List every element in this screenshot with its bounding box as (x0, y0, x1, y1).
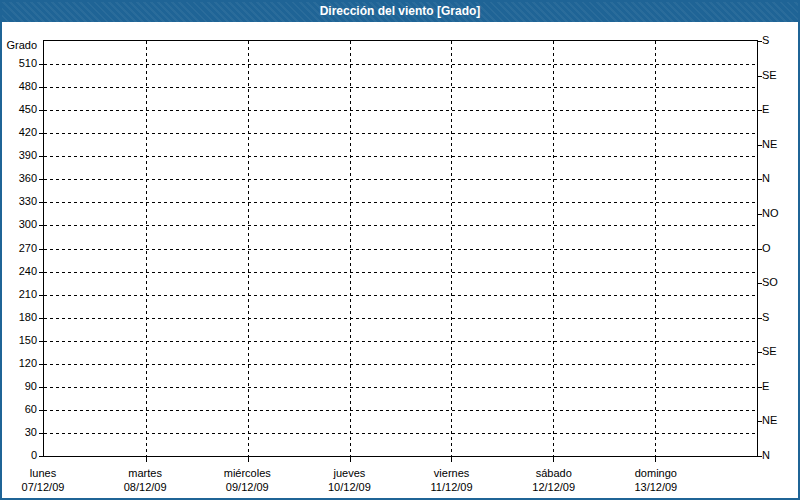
y-tick-label: 510 (0, 58, 37, 69)
y-axis-tick (39, 456, 43, 457)
day-name: lunes (0, 466, 93, 480)
y-axis-tick (39, 64, 43, 65)
y-tick-label: 480 (0, 81, 37, 92)
compass-label: O (762, 243, 771, 254)
y-tick-label: 180 (0, 312, 37, 323)
y-axis-tick (39, 202, 43, 203)
day-label: martes08/12/09 (95, 466, 195, 494)
chart-title-bar: Dirección del viento [Grado] (0, 0, 800, 22)
compass-label: NO (762, 208, 779, 219)
day-label: jueves10/12/09 (299, 466, 399, 494)
y-tick-label: 90 (0, 381, 37, 392)
gridline-horizontal (44, 364, 757, 365)
y-axis-tick (39, 364, 43, 365)
x-axis-tick (655, 457, 656, 462)
day-name: domingo (606, 466, 706, 480)
chart-title: Dirección del viento [Grado] (320, 4, 481, 18)
y-tick-label: 330 (0, 196, 37, 207)
y-tick-label: 300 (0, 219, 37, 230)
day-name: martes (95, 466, 195, 480)
y-axis-tick (39, 410, 43, 411)
day-date: 12/12/09 (504, 480, 604, 494)
gridline-horizontal (44, 110, 757, 111)
x-axis-tick (553, 457, 554, 462)
y-axis-tick (39, 133, 43, 134)
y-tick-label: 30 (0, 427, 37, 438)
compass-label: SO (762, 277, 778, 288)
wind-direction-chart-window: { "title": "Dirección del viento [Grado]… (0, 0, 800, 500)
x-axis-tick (350, 457, 351, 462)
gridline-horizontal (44, 202, 757, 203)
x-axis-tick (451, 457, 452, 462)
compass-label: SE (762, 346, 777, 357)
y-axis-tick (39, 433, 43, 434)
compass-label: N (762, 173, 770, 184)
gridline-horizontal (44, 433, 757, 434)
gridline-horizontal (44, 64, 757, 65)
y-tick-label: 240 (0, 266, 37, 277)
gridline-horizontal (44, 249, 757, 250)
gridline-horizontal (44, 133, 757, 134)
day-label: viernes11/12/09 (402, 466, 502, 494)
compass-label: NE (762, 139, 777, 150)
day-name: jueves (299, 466, 399, 480)
gridline-horizontal (44, 341, 757, 342)
y-tick-label: 150 (0, 335, 37, 346)
y-axis-tick (39, 110, 43, 111)
y-axis-tick (39, 249, 43, 250)
day-label: lunes07/12/09 (0, 466, 93, 494)
gridline-vertical (655, 41, 656, 456)
y-tick-label: 270 (0, 243, 37, 254)
gridline-horizontal (44, 87, 757, 88)
plot-area (43, 40, 758, 457)
y-axis-tick (39, 179, 43, 180)
compass-label: S (762, 35, 769, 46)
compass-label: S (762, 312, 769, 323)
y-axis-tick (39, 318, 43, 319)
gridline-horizontal (44, 225, 757, 226)
compass-label: NE (762, 415, 777, 426)
x-axis-tick (248, 457, 249, 462)
x-axis-tick (146, 457, 147, 462)
y-tick-label: 60 (0, 404, 37, 415)
y-tick-label: 360 (0, 173, 37, 184)
day-date: 08/12/09 (95, 480, 195, 494)
y-tick-label: 390 (0, 150, 37, 161)
y-axis-tick (39, 295, 43, 296)
y-axis-tick (39, 87, 43, 88)
gridline-vertical (350, 41, 351, 456)
gridline-vertical (146, 41, 147, 456)
y-axis-tick (39, 272, 43, 273)
y-tick-label: 120 (0, 358, 37, 369)
compass-label: E (762, 381, 769, 392)
gridline-horizontal (44, 156, 757, 157)
compass-label: E (762, 104, 769, 115)
y-tick-label: 0 (0, 450, 37, 461)
gridline-vertical (553, 41, 554, 456)
gridline-horizontal (44, 272, 757, 273)
y-axis-tick (39, 341, 43, 342)
gridline-vertical (248, 41, 249, 456)
day-date: 07/12/09 (0, 480, 93, 494)
y-axis-tick (39, 156, 43, 157)
y-axis-title: Grado (0, 40, 37, 51)
y-axis-tick (39, 387, 43, 388)
compass-label: N (762, 450, 770, 461)
day-name: viernes (402, 466, 502, 480)
day-date: 11/12/09 (402, 480, 502, 494)
day-date: 13/12/09 (606, 480, 706, 494)
gridline-horizontal (44, 318, 757, 319)
day-label: sábado12/12/09 (504, 466, 604, 494)
day-label: miércoles09/12/09 (197, 466, 297, 494)
gridline-vertical (451, 41, 452, 456)
y-tick-label: 450 (0, 104, 37, 115)
day-label: domingo13/12/09 (606, 466, 706, 494)
gridline-horizontal (44, 179, 757, 180)
y-tick-label: 420 (0, 127, 37, 138)
day-date: 10/12/09 (299, 480, 399, 494)
gridline-horizontal (44, 387, 757, 388)
gridline-horizontal (44, 295, 757, 296)
day-name: sábado (504, 466, 604, 480)
gridline-horizontal (44, 410, 757, 411)
compass-label: SE (762, 70, 777, 81)
